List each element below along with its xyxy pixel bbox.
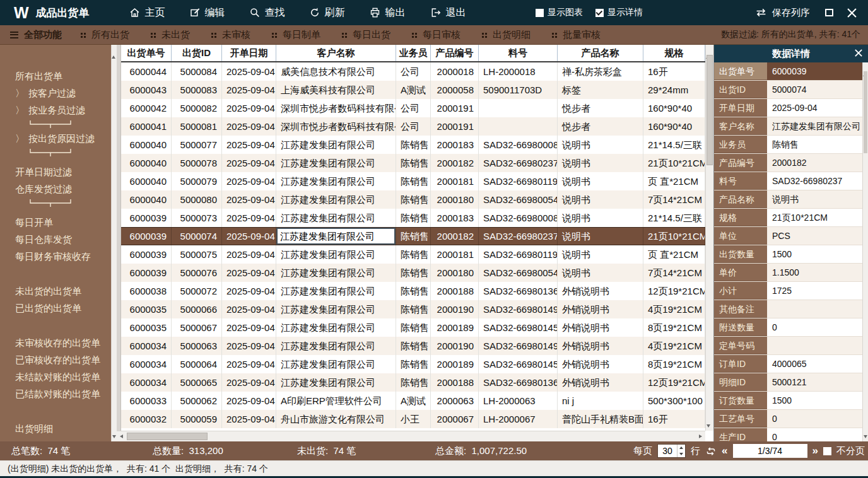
table-cell[interactable]: 2025-09-04 [222, 282, 276, 300]
table-cell[interactable]: 页 直*21CM [643, 245, 705, 264]
detail-field-value[interactable]: 1500 [767, 245, 862, 263]
table-cell[interactable]: 2000181 [431, 245, 479, 264]
table-row[interactable]: 600004450000842025-09-04威美信息技术有限公司公司2000… [121, 62, 705, 81]
reload-pages-icon[interactable] [705, 446, 717, 457]
table-cell[interactable]: 160*90*40 [643, 117, 705, 136]
table-cell[interactable]: 江苏建发集团有限公司 [276, 373, 396, 392]
detail-field-value[interactable]: 2025-09-04 [767, 99, 862, 117]
table-cell[interactable]: 2000180 [431, 190, 479, 209]
table-cell[interactable]: 江苏建发集团有限公司 [276, 337, 396, 355]
no-paging-checkbox[interactable] [823, 447, 831, 455]
table-cell[interactable]: 6000035 [121, 300, 172, 318]
table-cell[interactable]: 小王 [396, 410, 431, 428]
table-cell[interactable]: 2025-09-04 [222, 228, 276, 245]
table-cell[interactable]: 说明书 [558, 154, 643, 172]
column-header[interactable]: 料号 [479, 45, 558, 61]
table-cell[interactable]: SAD32-66980237 [479, 228, 558, 245]
table-cell[interactable]: LH-2000063 [479, 392, 558, 410]
scrollbar-thumb[interactable] [707, 55, 713, 165]
table-cell[interactable]: 陈销售 [396, 373, 431, 392]
detail-field-value[interactable]: 5000121 [767, 373, 862, 391]
table-cell[interactable]: 2025-09-04 [222, 190, 276, 209]
table-horizontal-scrollbar[interactable] [117, 431, 705, 441]
sidebar-item[interactable]: 开单日期过滤 [0, 163, 117, 180]
table-cell[interactable]: 5000082 [172, 99, 222, 117]
tab-3[interactable]: 未审核 [211, 29, 250, 41]
table-cell[interactable]: 舟山市旅游文化有限公司 [276, 410, 396, 428]
table-cell[interactable]: 公司 [396, 117, 431, 136]
sidebar-item[interactable]: 未结款对账的出货单 [0, 368, 117, 385]
table-cell[interactable]: 5000079 [172, 172, 222, 190]
sidebar-item[interactable]: 未审核收存的出货单 [0, 334, 117, 351]
table-row[interactable]: 600004150000812025-09-04深圳市悦步者数码科技有限公司公司… [121, 117, 705, 136]
page-indicator[interactable]: 1/3/74 [733, 444, 807, 458]
table-cell[interactable]: 陈销售 [396, 300, 431, 318]
table-cell[interactable]: 7页14*21CM [643, 190, 705, 209]
table-cell[interactable]: 2000018 [431, 62, 479, 81]
table-cell[interactable]: 6000035 [121, 318, 172, 337]
table-cell[interactable]: 2025-09-04 [222, 410, 276, 428]
table-cell[interactable]: 陈销售 [396, 337, 431, 355]
table-cell[interactable]: 江苏建发集团有限公司 [276, 318, 396, 337]
table-cell[interactable]: 2000188 [431, 373, 479, 392]
table-row[interactable]: 600003450000632025-09-04江苏建发集团有限公司陈销售200… [121, 337, 705, 355]
table-cell[interactable]: 威美信息技术有限公司 [276, 62, 396, 81]
table-cell[interactable]: 说明书 [558, 245, 643, 264]
table-cell[interactable]: 说明书 [558, 136, 643, 154]
table-cell[interactable]: SAD32-66980145 [479, 318, 558, 337]
table-cell[interactable]: 16开 [643, 62, 705, 81]
tab-7[interactable]: 出货明细 [482, 29, 531, 41]
table-cell[interactable]: 2025-09-04 [222, 318, 276, 337]
menu-item-refresh[interactable]: 刷新 [309, 6, 345, 20]
table-cell[interactable]: 江苏建发集团有限公司 [276, 172, 396, 190]
table-row[interactable]: 600003450000642025-09-04江苏建发集团有限公司陈销售200… [121, 355, 705, 373]
table-cell[interactable]: 2000189 [431, 318, 479, 337]
table-cell[interactable]: 6000040 [121, 190, 172, 209]
table-row[interactable]: 600003950000752025-09-04江苏建发集团有限公司陈销售200… [121, 245, 705, 264]
close-button[interactable] [847, 8, 857, 18]
tab-6[interactable]: 每日审核 [412, 29, 460, 41]
table-cell[interactable]: 2000191 [431, 99, 479, 117]
table-cell[interactable]: 外销说明书 [558, 373, 643, 392]
table-row[interactable]: 600004250000822025-09-04深圳市悦步者数码科技有限公司公司… [121, 99, 705, 117]
table-cell[interactable]: 6000040 [121, 154, 172, 172]
table-cell[interactable]: 500*300*100 [643, 392, 705, 410]
table-cell[interactable]: 2000182 [431, 154, 479, 172]
table-cell[interactable]: 江苏建发集团有限公司 [276, 282, 396, 300]
table-cell[interactable]: 6000041 [121, 117, 172, 136]
detail-field-value[interactable] [767, 300, 862, 318]
table-cell[interactable]: 6000032 [121, 410, 172, 428]
column-header[interactable]: 出货ID [172, 45, 222, 61]
inline-cell-editor[interactable]: 江苏建发集团有限公司 [276, 228, 396, 245]
table-row[interactable]: 600003450000652025-09-04江苏建发集团有限公司陈销售200… [121, 373, 705, 392]
table-cell[interactable]: 江苏建发集团有限公司 [276, 264, 396, 282]
table-cell[interactable]: LH-2000067 [479, 410, 558, 428]
table-cell[interactable]: SAD32-66980136 [479, 282, 558, 300]
table-cell[interactable]: 江苏建发集团有限公司 [276, 245, 396, 264]
per-page-stepper[interactable]: 30 [657, 444, 686, 458]
table-cell[interactable]: 21*14.5/三联 [643, 136, 705, 154]
table-cell[interactable]: SAD32-66980008 [479, 136, 558, 154]
table-vertical-scrollbar[interactable] [705, 45, 713, 431]
table-cell[interactable]: 5090011703D [479, 81, 558, 99]
table-cell[interactable]: 5000080 [172, 190, 222, 209]
table-cell[interactable]: 5000064 [172, 355, 222, 373]
table-cell[interactable]: 江苏建发集团有限公司 [276, 190, 396, 209]
sidebar-item[interactable]: 〉按出货原因过滤 [0, 130, 117, 147]
sidebar-item[interactable]: 出货明细 [0, 420, 117, 437]
table-cell[interactable]: 5000067 [172, 318, 222, 337]
table-cell[interactable]: 公司 [396, 99, 431, 117]
table-cell[interactable]: 8页19*21CM [643, 355, 705, 373]
table-cell[interactable]: 说明书 [558, 172, 643, 190]
table-cell[interactable]: 禅-私房茶彩盒 [558, 62, 643, 81]
table-cell[interactable]: 21*14.5/三联 [643, 209, 705, 227]
table-cell[interactable]: 5000074 [172, 228, 222, 245]
table-cell[interactable]: 悦步者 [558, 99, 643, 117]
sidebar-item[interactable]: 每日开单 [0, 214, 117, 231]
table-cell[interactable]: 2000188 [431, 282, 479, 300]
table-cell[interactable]: 2025-09-04 [222, 373, 276, 392]
sidebar-item[interactable]: 已出货的出货单 [0, 300, 117, 317]
table-cell[interactable]: 公司 [396, 62, 431, 81]
table-cell[interactable] [479, 117, 558, 136]
table-cell[interactable]: 陈销售 [396, 245, 431, 264]
